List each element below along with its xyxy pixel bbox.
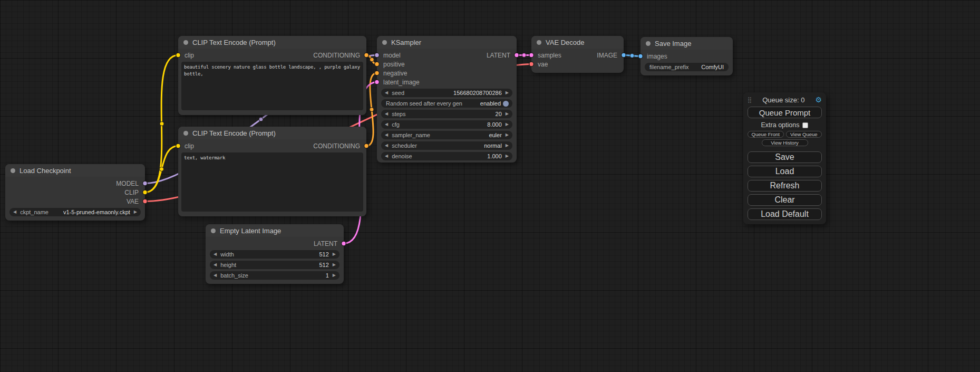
queue-front-button[interactable]: Queue Front <box>748 131 784 138</box>
increment-icon[interactable]: ▶ <box>333 263 336 267</box>
prompt-text-input[interactable]: beautiful scenery nature glass bottle la… <box>181 62 363 110</box>
slot-label: LATENT <box>314 240 337 247</box>
clear-button[interactable]: Clear <box>748 194 822 206</box>
input-slot-samples[interactable]: samples <box>538 52 561 59</box>
output-slot-image[interactable]: IMAGE <box>597 52 617 59</box>
batch-size-widget[interactable]: ◀ batch_size 1 ▶ <box>210 271 339 280</box>
refresh-button[interactable]: Refresh <box>748 180 822 192</box>
node-title: KSampler <box>391 39 421 46</box>
node-empty-latent-image[interactable]: Empty Latent Image LATENT ◀ width 512 ▶ … <box>206 224 344 284</box>
node-header[interactable]: Load Checkpoint <box>5 164 145 177</box>
random-seed-toggle-widget[interactable]: Random seed after every gen enabled <box>381 99 512 108</box>
denoise-widget[interactable]: ◀ denoise 1.000 ▶ <box>381 152 512 160</box>
extra-options-checkbox[interactable] <box>802 122 808 128</box>
increment-icon[interactable]: ▶ <box>506 91 509 95</box>
prompt-text-input[interactable]: text, watermark <box>181 152 363 212</box>
collapse-dot-icon[interactable] <box>537 40 541 45</box>
increment-icon[interactable]: ▶ <box>506 122 509 127</box>
output-slot-vae[interactable]: VAE <box>5 197 145 206</box>
slot-row[interactable]: clip CONDITIONING <box>178 141 366 150</box>
node-clip-text-encode-negative[interactable]: CLIP Text Encode (Prompt) clip CONDITION… <box>178 127 366 216</box>
node-clip-text-encode-positive[interactable]: CLIP Text Encode (Prompt) clip CONDITION… <box>178 36 366 115</box>
slot-row[interactable]: clip CONDITIONING <box>178 51 366 60</box>
drag-handle-icon[interactable]: ⣿ <box>748 97 752 103</box>
node-header[interactable]: CLIP Text Encode (Prompt) <box>178 127 366 139</box>
seed-widget[interactable]: ◀ seed 156680208700286 ▶ <box>381 89 512 97</box>
input-slot-clip[interactable]: clip <box>185 142 194 150</box>
load-button[interactable]: Load <box>748 166 822 177</box>
node-save-image[interactable]: Save Image images filename_prefix ComfyU… <box>641 37 733 75</box>
increment-icon[interactable]: ▶ <box>134 210 137 214</box>
widget-value: euler <box>489 132 501 138</box>
decrement-icon[interactable]: ◀ <box>385 133 388 137</box>
input-slot-clip[interactable]: clip <box>185 52 194 59</box>
filename-prefix-widget[interactable]: filename_prefix ComfyUI <box>645 63 729 71</box>
steps-widget[interactable]: ◀ steps 20 ▶ <box>381 110 512 118</box>
increment-icon[interactable]: ▶ <box>506 133 509 137</box>
decrement-icon[interactable]: ◀ <box>385 112 388 116</box>
cfg-widget[interactable]: ◀ cfg 8.000 ▶ <box>381 120 512 129</box>
output-slot-conditioning[interactable]: CONDITIONING <box>313 142 360 150</box>
collapse-dot-icon[interactable] <box>11 168 15 173</box>
node-header[interactable]: Save Image <box>641 37 733 50</box>
collapse-dot-icon[interactable] <box>211 228 216 233</box>
decrement-icon[interactable]: ◀ <box>385 144 388 148</box>
collapse-dot-icon[interactable] <box>646 41 651 46</box>
input-slot-negative[interactable]: negative <box>377 69 517 78</box>
queue-menu-panel[interactable]: ⣿ Queue size: 0 ⚙ Queue Prompt Extra opt… <box>743 92 826 224</box>
input-slot-vae[interactable]: vae <box>531 60 624 69</box>
load-default-button[interactable]: Load Default <box>748 208 822 220</box>
decrement-icon[interactable]: ◀ <box>214 252 217 256</box>
widget-label: seed <box>392 90 404 96</box>
decrement-icon[interactable]: ◀ <box>385 154 388 158</box>
widget-label: ckpt_name <box>20 209 48 215</box>
decrement-icon[interactable]: ◀ <box>385 122 388 127</box>
increment-icon[interactable]: ▶ <box>333 252 336 256</box>
collapse-dot-icon[interactable] <box>183 40 188 45</box>
node-header[interactable]: KSampler <box>377 36 517 49</box>
output-slot-clip[interactable]: CLIP <box>5 188 145 197</box>
decrement-icon[interactable]: ◀ <box>214 273 217 278</box>
output-slot-conditioning[interactable]: CONDITIONING <box>313 52 360 59</box>
widget-value: enabled <box>480 100 501 107</box>
increment-icon[interactable]: ▶ <box>333 273 336 278</box>
node-vae-decode[interactable]: VAE Decode samples IMAGE vae <box>531 36 624 73</box>
queue-prompt-button[interactable]: Queue Prompt <box>748 107 822 118</box>
slot-row[interactable]: samples IMAGE <box>531 51 624 60</box>
node-header[interactable]: CLIP Text Encode (Prompt) <box>178 36 366 49</box>
increment-icon[interactable]: ▶ <box>506 112 509 116</box>
sampler-name-widget[interactable]: ◀ sampler_name euler ▶ <box>381 131 512 139</box>
slot-label: negative <box>383 70 407 77</box>
input-slot-images[interactable]: images <box>641 52 733 61</box>
node-graph-canvas[interactable]: Load Checkpoint MODEL CLIP VAE ◀ ckpt_na… <box>0 0 980 372</box>
widget-value: 8.000 <box>487 121 502 128</box>
width-widget[interactable]: ◀ width 512 ▶ <box>210 250 339 259</box>
height-widget[interactable]: ◀ height 512 ▶ <box>210 261 339 269</box>
increment-icon[interactable]: ▶ <box>506 144 509 148</box>
slot-row[interactable]: model LATENT <box>377 51 517 60</box>
collapse-dot-icon[interactable] <box>382 40 387 45</box>
ckpt-name-widget[interactable]: ◀ ckpt_name v1-5-pruned-emaonly.ckpt ▶ <box>9 208 141 216</box>
decrement-icon[interactable]: ◀ <box>13 210 16 214</box>
settings-gear-icon[interactable]: ⚙ <box>815 96 822 103</box>
input-slot-model[interactable]: model <box>383 52 401 59</box>
node-ksampler[interactable]: KSampler model LATENT positive negative … <box>377 36 517 163</box>
toggle-knob[interactable] <box>503 101 509 107</box>
output-slot-latent[interactable]: LATENT <box>487 52 510 59</box>
decrement-icon[interactable]: ◀ <box>385 91 388 95</box>
view-queue-button[interactable]: View Queue <box>786 131 822 138</box>
collapse-dot-icon[interactable] <box>183 131 188 136</box>
node-header[interactable]: Empty Latent Image <box>206 224 344 237</box>
decrement-icon[interactable]: ◀ <box>214 263 217 267</box>
save-button[interactable]: Save <box>748 151 822 163</box>
view-history-button[interactable]: View History <box>762 139 808 146</box>
output-slot-latent[interactable]: LATENT <box>206 239 344 248</box>
slot-label: CLIP <box>124 189 139 196</box>
input-slot-latent-image[interactable]: latent_image <box>377 78 517 87</box>
node-load-checkpoint[interactable]: Load Checkpoint MODEL CLIP VAE ◀ ckpt_na… <box>5 164 145 221</box>
node-header[interactable]: VAE Decode <box>531 36 624 49</box>
input-slot-positive[interactable]: positive <box>377 60 517 69</box>
scheduler-widget[interactable]: ◀ scheduler normal ▶ <box>381 141 512 150</box>
increment-icon[interactable]: ▶ <box>506 154 509 158</box>
output-slot-model[interactable]: MODEL <box>5 179 145 188</box>
